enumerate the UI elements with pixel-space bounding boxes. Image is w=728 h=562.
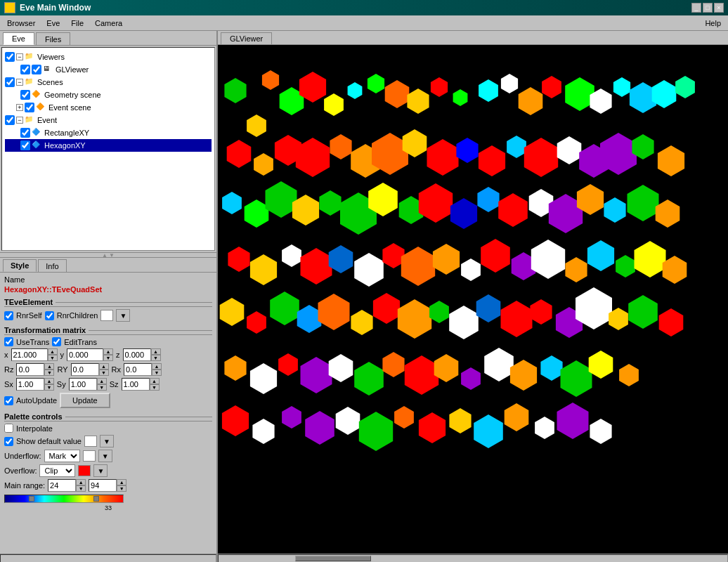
ry-input[interactable] [71,363,99,376]
range-max-down[interactable]: ▼ [117,485,126,492]
rz-input[interactable] [16,363,44,376]
z-input[interactable] [123,348,151,361]
tree-expand-viewers[interactable]: − [16,53,23,60]
ry-down[interactable]: ▼ [99,370,109,376]
overflow-color-btn[interactable]: ▼ [93,464,108,477]
sx-up[interactable]: ▲ [44,378,54,384]
tree-check-rectxy[interactable] [20,128,30,138]
tab-info[interactable]: Info [38,259,66,272]
z-up[interactable]: ▲ [151,348,161,355]
y-input[interactable] [67,348,103,361]
tree-check-hexxy[interactable] [20,140,30,150]
slider-thumb-left[interactable] [29,496,34,502]
rnr-options-btn[interactable]: ▼ [116,309,130,322]
tree-area[interactable]: − 📁 Viewers 🖥 GLViewer − 📁 Scenes [1,47,215,251]
sz-down[interactable]: ▼ [150,384,160,391]
color-swatch-rnr[interactable] [100,310,113,321]
underflow-color-btn[interactable]: ▼ [98,450,112,462]
range-min-input[interactable] [48,479,76,492]
minimize-button[interactable]: _ [691,3,701,13]
interpolate-check[interactable] [4,424,13,433]
range-max-input[interactable] [89,479,117,492]
rz-up[interactable]: ▲ [44,363,54,370]
rx-up[interactable]: ▲ [152,363,162,370]
show-default-check[interactable] [4,437,13,446]
sy-down[interactable]: ▼ [97,384,107,391]
tree-check-viewers[interactable] [5,52,15,62]
edit-trans-check[interactable] [52,337,61,346]
tree-label-scenes: Scenes [37,78,63,86]
rnr-children-check[interactable] [45,311,54,320]
x-input[interactable] [11,348,48,361]
gl-viewer-tab[interactable]: GLViewer [221,32,272,44]
tree-expand-scenes[interactable]: − [16,79,23,86]
tree-check-glviewer[interactable] [20,65,30,74]
tree-item-viewers[interactable]: − 📁 Viewers [5,51,212,63]
use-trans-check[interactable] [4,337,13,346]
sz-up[interactable]: ▲ [150,378,160,384]
tree-item-event[interactable]: − 📁 Event [5,114,212,126]
x-label: x [4,351,8,359]
underflow-select[interactable]: Mark Clip Skip [44,450,80,462]
x-spinner: ▲ ▼ [48,348,58,361]
tree-item-scenes[interactable]: − 📁 Scenes [5,76,212,89]
left-hscroll[interactable] [0,554,216,562]
tree-item-hexxy[interactable]: 🔷 HexagonXY [5,139,212,152]
y-down[interactable]: ▼ [103,355,113,361]
tree-expand-evtscene[interactable]: + [16,104,23,111]
x-down[interactable]: ▼ [48,355,58,361]
tree-check-scenes[interactable] [5,77,15,87]
tree-item-glviewer[interactable]: 🖥 GLViewer [5,63,212,76]
menu-camera[interactable]: Camera [89,18,128,29]
menu-eve[interactable]: Eve [41,18,65,29]
rx-down[interactable]: ▼ [152,370,162,376]
range-min-up[interactable]: ▲ [76,479,86,485]
update-button[interactable]: Update [60,393,110,408]
tree-check-evtscene[interactable] [25,103,34,112]
sx-down[interactable]: ▼ [44,384,54,391]
main-layout: Eve Files − 📁 Viewers 🖥 GLViewer [0,31,728,562]
tree-check-geoscene[interactable] [20,90,30,100]
overflow-color[interactable] [78,465,91,476]
color-range-slider[interactable] [4,495,124,503]
rnr-self-check[interactable] [4,311,13,320]
sx-input[interactable] [16,378,44,391]
default-color-swatch[interactable] [84,436,97,447]
rz-down[interactable]: ▼ [44,370,54,376]
y-up[interactable]: ▲ [103,348,113,355]
right-hscroll[interactable] [218,554,728,563]
tab-eve[interactable]: Eve [3,32,34,45]
close-button[interactable]: × [714,3,724,13]
rx-input[interactable] [124,363,152,376]
tab-style[interactable]: Style [3,259,37,272]
gl-canvas[interactable] [218,45,728,554]
tree-expand-event[interactable]: − [16,117,23,124]
z-down[interactable]: ▼ [151,355,161,361]
tree-check-glviewer2[interactable] [32,65,41,74]
menu-browser[interactable]: Browser [1,18,41,29]
tree-check-event[interactable] [5,115,15,125]
sz-input[interactable] [122,378,150,391]
teve-section: TEveElement RnrSelf RnrChildren ▼ [4,298,212,322]
x-up[interactable]: ▲ [48,348,58,355]
tree-item-rectxy[interactable]: 🔷 RectangleXY [5,126,212,139]
ry-up[interactable]: ▲ [99,363,109,370]
range-min-down[interactable]: ▼ [76,485,86,492]
maximize-button[interactable]: □ [703,3,713,13]
tree-item-geoscene[interactable]: 🔶 Geometry scene [5,89,212,101]
menu-file[interactable]: File [65,18,89,29]
tab-files[interactable]: Files [36,32,70,45]
range-max-up[interactable]: ▲ [117,479,126,485]
menu-help[interactable]: Help [699,18,727,29]
tree-item-evtscene[interactable]: + 🔶 Event scene [5,101,212,114]
overflow-select[interactable]: Clip Mark Skip [39,464,75,477]
sy-up[interactable]: ▲ [97,378,107,384]
right-scroll-thumb[interactable] [295,556,372,561]
slider-thumb-right[interactable] [93,496,99,502]
resize-handle[interactable]: ▲ ▼ [0,252,216,258]
underflow-color[interactable] [83,450,96,462]
default-color-btn[interactable]: ▼ [100,435,114,447]
show-default-label: Show default value [16,437,82,445]
auto-update-check[interactable] [4,396,13,405]
sy-input[interactable] [69,378,97,391]
